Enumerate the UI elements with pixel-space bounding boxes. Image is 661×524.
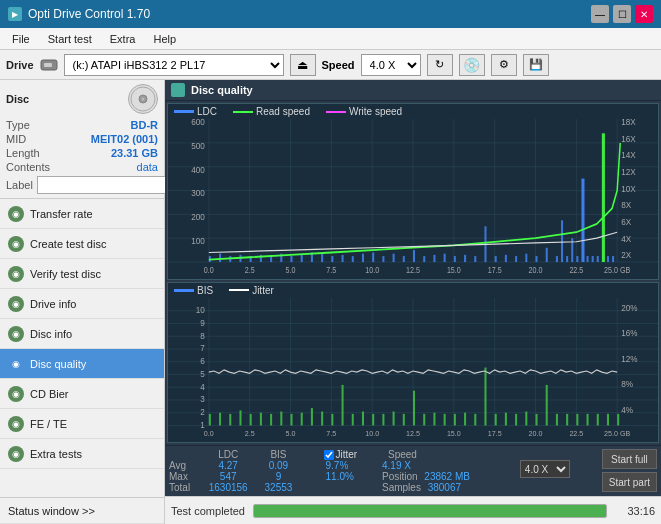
- svg-rect-57: [291, 256, 293, 262]
- svg-rect-148: [260, 413, 262, 426]
- start-full-button[interactable]: Start full: [602, 449, 657, 469]
- svg-rect-164: [423, 414, 425, 426]
- eject-button[interactable]: ⏏: [290, 54, 316, 76]
- close-button[interactable]: ✕: [635, 5, 653, 23]
- nav-create-test-disc[interactable]: ◉ Create test disc: [0, 229, 164, 259]
- menu-start-test[interactable]: Start test: [40, 31, 100, 47]
- speed-stat-label: Speed: [382, 449, 514, 460]
- menu-file[interactable]: File: [4, 31, 38, 47]
- jitter-checkbox-area[interactable]: Jitter: [320, 449, 382, 460]
- fe-te-icon: ◉: [8, 416, 24, 432]
- disc-length-label: Length: [6, 147, 40, 159]
- disc-mid-row: MID MEIT02 (001): [6, 132, 158, 146]
- svg-text:2: 2: [200, 406, 205, 417]
- speed-stat-select[interactable]: 4.0 X: [520, 460, 570, 478]
- speed-label: Speed: [322, 59, 355, 71]
- menu-bar: File Start test Extra Help: [0, 28, 661, 50]
- svg-rect-160: [382, 414, 384, 426]
- svg-rect-168: [464, 413, 466, 426]
- disc-mid-value: MEIT02 (001): [91, 133, 158, 145]
- nav-disc-quality[interactable]: ◉ Disc quality: [0, 349, 164, 379]
- disc-length-value: 23.31 GB: [111, 147, 158, 159]
- svg-rect-55: [270, 256, 272, 262]
- svg-text:22.5: 22.5: [569, 428, 583, 437]
- speed-select[interactable]: 4.0 X: [361, 54, 421, 76]
- svg-text:12.5: 12.5: [406, 428, 420, 437]
- gear-button[interactable]: ⚙: [491, 54, 517, 76]
- title-bar: ▶ Opti Drive Control 1.70 — ☐ ✕: [0, 0, 661, 28]
- svg-text:5.0: 5.0: [286, 428, 296, 437]
- refresh-button[interactable]: ↻: [427, 54, 453, 76]
- nav-fe-te[interactable]: ◉ FE / TE: [0, 409, 164, 439]
- disc-button[interactable]: 💿: [459, 54, 485, 76]
- svg-rect-151: [291, 414, 293, 426]
- svg-rect-171: [495, 414, 497, 426]
- nav-verify-test-disc[interactable]: ◉ Verify test disc: [0, 259, 164, 289]
- svg-text:5: 5: [200, 368, 205, 379]
- disc-label-input[interactable]: [37, 176, 170, 194]
- status-window-item[interactable]: Status window >>: [0, 498, 164, 524]
- disc-mid-label: MID: [6, 133, 26, 145]
- svg-rect-167: [454, 414, 456, 426]
- nav-cd-bier[interactable]: ◉ CD Bier: [0, 379, 164, 409]
- svg-text:7.5: 7.5: [326, 428, 336, 437]
- svg-text:10.0: 10.0: [365, 265, 379, 274]
- charts-area: LDC Read speed Write speed: [165, 101, 661, 445]
- bis-col-header: BIS: [257, 449, 299, 460]
- svg-rect-63: [352, 256, 354, 262]
- minimize-button[interactable]: —: [591, 5, 609, 23]
- svg-rect-70: [423, 256, 425, 262]
- content-area: Disc quality LDC Read speed: [165, 80, 661, 524]
- chart-header-icon: [171, 83, 185, 97]
- svg-rect-157: [352, 414, 354, 426]
- svg-rect-67: [393, 254, 395, 262]
- svg-rect-181: [597, 414, 599, 426]
- menu-extra[interactable]: Extra: [102, 31, 144, 47]
- svg-rect-61: [331, 256, 333, 262]
- start-part-button[interactable]: Start part: [602, 472, 657, 492]
- drive-select[interactable]: (k:) ATAPI iHBS312 2 PL17: [64, 54, 284, 76]
- nav-transfer-rate[interactable]: ◉ Transfer rate: [0, 199, 164, 229]
- svg-text:600: 600: [191, 119, 205, 127]
- create-test-disc-icon: ◉: [8, 236, 24, 252]
- disc-contents-value: data: [137, 161, 158, 173]
- svg-text:12X: 12X: [621, 166, 636, 177]
- svg-rect-88: [581, 179, 584, 262]
- svg-rect-50: [219, 254, 221, 262]
- save-button[interactable]: 💾: [523, 54, 549, 76]
- top-chart: LDC Read speed Write speed: [167, 103, 659, 280]
- jitter-checkbox[interactable]: [324, 450, 334, 460]
- svg-text:12.5: 12.5: [406, 265, 420, 274]
- nav-extra-tests[interactable]: ◉ Extra tests: [0, 439, 164, 469]
- svg-rect-175: [536, 414, 538, 426]
- nav-drive-info[interactable]: ◉ Drive info: [0, 289, 164, 319]
- svg-text:8: 8: [200, 330, 205, 341]
- max-bis: 9: [257, 471, 299, 482]
- menu-help[interactable]: Help: [145, 31, 184, 47]
- svg-rect-176: [546, 385, 548, 426]
- svg-rect-153: [311, 408, 313, 425]
- avg-speed: 4.19 X: [382, 460, 514, 471]
- nav-disc-info[interactable]: ◉ Disc info: [0, 319, 164, 349]
- svg-rect-58: [301, 255, 303, 262]
- svg-rect-170: [484, 367, 486, 425]
- svg-rect-72: [444, 254, 446, 262]
- progress-bar-fill: [254, 505, 606, 517]
- svg-rect-71: [433, 255, 435, 262]
- chart-header: Disc quality: [165, 80, 661, 101]
- svg-rect-90: [592, 256, 594, 262]
- svg-point-4: [142, 98, 145, 101]
- svg-text:15.0: 15.0: [447, 428, 461, 437]
- svg-rect-144: [219, 413, 221, 426]
- svg-text:15.0: 15.0: [447, 265, 461, 274]
- maximize-button[interactable]: ☐: [613, 5, 631, 23]
- svg-text:6: 6: [200, 356, 205, 367]
- svg-text:0.0: 0.0: [204, 428, 214, 437]
- extra-tests-icon: ◉: [8, 446, 24, 462]
- svg-text:8%: 8%: [621, 379, 633, 390]
- svg-rect-60: [321, 254, 323, 262]
- svg-text:7: 7: [200, 343, 205, 354]
- samples-label: Samples: [382, 482, 421, 493]
- svg-rect-182: [607, 414, 609, 426]
- svg-text:20.0: 20.0: [529, 428, 543, 437]
